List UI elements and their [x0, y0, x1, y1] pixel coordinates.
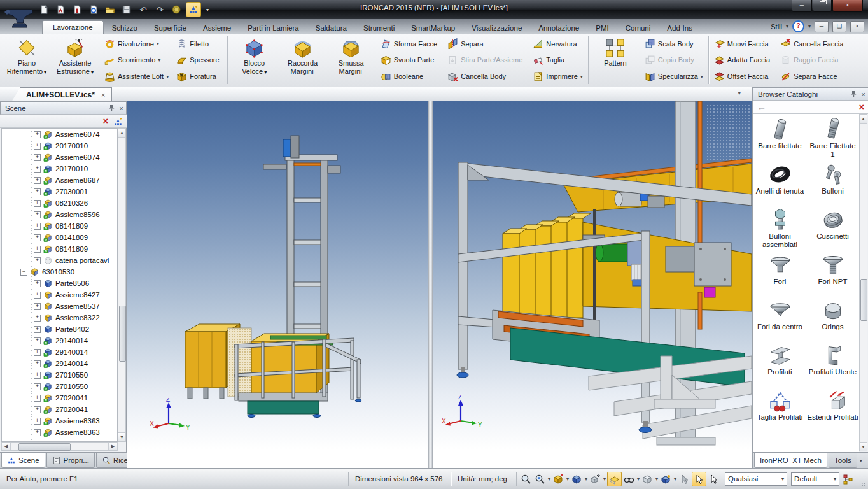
- tree-item[interactable]: + 08141809: [2, 220, 117, 232]
- machine-left-legs[interactable]: [188, 388, 224, 399]
- machine-mesh-fence[interactable]: [705, 104, 752, 162]
- ribbon-button[interactable]: Svuota Parte: [377, 53, 443, 67]
- redo-icon[interactable]: ↷: [153, 3, 167, 17]
- scene-tree-vertical-scrollbar[interactable]: ▲ ▼: [118, 128, 126, 442]
- catalog-item[interactable]: Fori: [755, 252, 806, 297]
- tree-expander-icon[interactable]: +: [34, 234, 41, 241]
- catalog-tabs-overflow-icon[interactable]: ▾: [860, 458, 862, 464]
- tab-scene[interactable]: Scene: [1, 453, 45, 468]
- tree-expander-icon[interactable]: +: [34, 418, 41, 425]
- catalog-item[interactable]: Estendi Profilati: [808, 388, 858, 433]
- tab-properties[interactable]: Propri...: [46, 453, 95, 468]
- scene-panel-close-icon[interactable]: ×: [119, 104, 123, 112]
- hierarchy-icon[interactable]: [841, 472, 855, 486]
- blue-cube-icon[interactable]: [570, 472, 584, 486]
- pin-icon[interactable]: [108, 104, 115, 112]
- zoom-plus-icon[interactable]: [533, 472, 547, 486]
- scene-filter-icon[interactable]: [113, 117, 123, 126]
- tree-expander-icon[interactable]: +: [34, 211, 41, 218]
- tree-item[interactable]: + Parte8506: [2, 278, 117, 289]
- tree-expander-icon[interactable]: +: [34, 360, 41, 367]
- viewport-area[interactable]: Z X Y: [127, 101, 752, 468]
- tree-expander-icon[interactable]: +: [34, 188, 41, 195]
- ribbon-button[interactable]: Stira Parte/Assieme: [444, 53, 528, 67]
- ribbon-button[interactable]: Separa: [444, 36, 528, 51]
- ribbon-button[interactable]: Rivoluzione ▾: [101, 36, 172, 51]
- tree-item[interactable]: + Assieme8596: [2, 209, 117, 220]
- tree-expander-icon[interactable]: +: [34, 395, 41, 402]
- ribbon-button[interactable]: Adatta Faccia: [711, 53, 776, 67]
- tree-item[interactable]: + Parte8402: [2, 323, 117, 335]
- tree-item[interactable]: + 08141809: [2, 232, 117, 243]
- minimize-button[interactable]: ─: [792, 0, 812, 12]
- ribbon-button[interactable]: Sforma Facce: [377, 36, 443, 51]
- select-cursor-icon[interactable]: [707, 472, 720, 486]
- select-gray-cursor-icon[interactable]: [678, 472, 691, 486]
- scroll-down-icon[interactable]: ▼: [118, 432, 125, 441]
- tree-item[interactable]: + 08210326: [2, 197, 117, 209]
- new-drawing-icon[interactable]: [53, 3, 67, 17]
- facet-shading-toggle-icon[interactable]: [607, 472, 622, 486]
- tree-expander-icon[interactable]: +: [34, 315, 41, 322]
- catalog-panel-close-icon[interactable]: ×: [861, 90, 865, 98]
- tree-expander-icon[interactable]: +: [34, 337, 41, 344]
- ribbon-button[interactable]: Booleane: [377, 69, 443, 84]
- tree-expander-icon[interactable]: +: [34, 200, 41, 207]
- help-dropdown-icon[interactable]: ▾: [808, 24, 811, 29]
- open-icon[interactable]: [103, 3, 117, 17]
- ribbon-tab[interactable]: PMI: [587, 22, 617, 34]
- catalog-back-icon[interactable]: ←: [757, 102, 766, 112]
- tree-item[interactable]: + Assieme6074: [2, 152, 117, 163]
- catalog-item[interactable]: Profilati Utente: [808, 343, 858, 388]
- catalog-item[interactable]: Fori NPT: [808, 252, 858, 297]
- zoom-icon[interactable]: [519, 472, 533, 486]
- tree-item[interactable]: + Assieme8363: [2, 427, 117, 438]
- catalog-item[interactable]: Anelli di tenuta: [755, 162, 806, 207]
- tree-expander-icon[interactable]: +: [34, 131, 41, 138]
- tree-item[interactable]: + Assieme8537: [2, 301, 117, 312]
- tree-expander-icon[interactable]: +: [34, 372, 41, 379]
- zoom-dropdown-icon[interactable]: ▾: [547, 476, 551, 482]
- catalog-item[interactable]: Fori da centro: [755, 297, 806, 343]
- catalog-close-red-icon[interactable]: ×: [859, 103, 864, 111]
- undo-icon[interactable]: ↶: [136, 3, 150, 17]
- scroll-up-icon[interactable]: ▲: [860, 115, 867, 124]
- ribbon-tab[interactable]: Add-Ins: [659, 22, 701, 34]
- tree-item[interactable]: + 08141809: [2, 243, 117, 255]
- tree-expander-icon[interactable]: +: [34, 303, 41, 310]
- scrollbar-thumb[interactable]: [119, 306, 126, 362]
- ribbon-tab[interactable]: Comuni: [617, 22, 659, 34]
- ribbon-tab[interactable]: Schizzo: [104, 22, 146, 34]
- document-tab-close-icon[interactable]: ×: [101, 91, 105, 99]
- delete-icon[interactable]: ×: [103, 117, 108, 125]
- add-cube-icon[interactable]: [552, 472, 565, 486]
- move-cube-icon[interactable]: [589, 472, 602, 486]
- ribbon-big-button[interactable]: Assistente Estrusione▾: [51, 35, 99, 85]
- tree-item[interactable]: + 20170010: [2, 140, 117, 152]
- scroll-down-icon[interactable]: ▼: [860, 442, 867, 451]
- tree-item[interactable]: + 29140014: [2, 335, 117, 346]
- part-mode-dropdown-icon[interactable]: ▾: [673, 476, 677, 482]
- ribbon-button[interactable]: Cancella Body: [444, 69, 528, 84]
- catalog-item[interactable]: Bulloni: [808, 162, 858, 207]
- config-select[interactable]: Default ▾: [791, 472, 839, 486]
- machine-front-rod[interactable]: [593, 209, 596, 334]
- view-cube-icon[interactable]: [641, 472, 654, 486]
- tree-item[interactable]: + 27020041: [2, 392, 117, 404]
- ribbon-tab[interactable]: Strumenti: [355, 22, 403, 34]
- tree-expander-icon[interactable]: +: [34, 292, 41, 299]
- select-cursor-toggled-icon[interactable]: [692, 472, 706, 486]
- ribbon-tab[interactable]: Assieme: [195, 22, 239, 34]
- tree-expander-icon[interactable]: +: [34, 177, 41, 184]
- tree-item[interactable]: + 27010550: [2, 369, 117, 381]
- tree-expander-icon[interactable]: +: [34, 406, 41, 413]
- render-dropdown-icon[interactable]: ▾: [636, 476, 640, 482]
- tree-expander-icon[interactable]: +: [34, 326, 41, 333]
- catalog-item[interactable]: Orings: [808, 297, 858, 343]
- pin-icon[interactable]: [850, 90, 857, 98]
- mdi-minimize-button[interactable]: ─: [815, 21, 829, 32]
- ribbon-button[interactable]: Muovi Faccia: [711, 36, 776, 51]
- catalog-item[interactable]: Cuscinetti: [808, 207, 858, 252]
- stili-button[interactable]: Stili: [771, 23, 782, 31]
- catalog-item[interactable]: Profilati: [755, 343, 806, 388]
